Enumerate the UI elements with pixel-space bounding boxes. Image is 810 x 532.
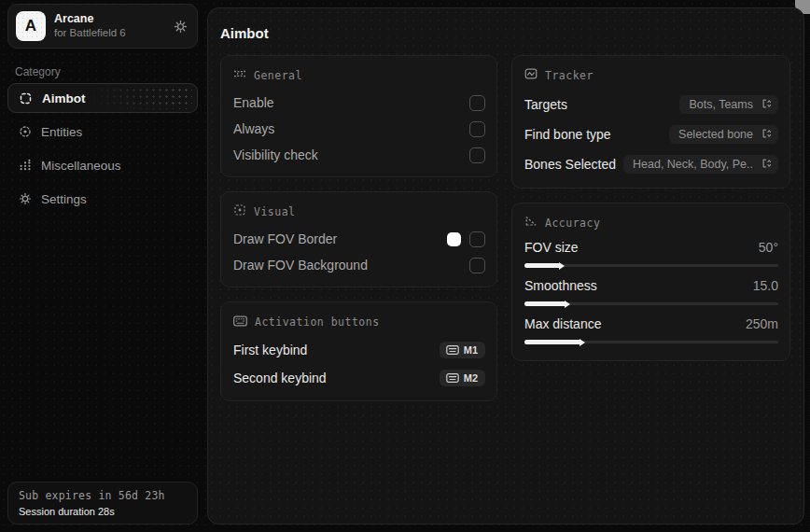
accuracy-card: Accuracy FOV size 50° Smoothness 15.0 [511,203,790,361]
find-bone-type-dropdown[interactable]: Selected bone [669,125,778,144]
slider-label: Max distance [524,316,601,331]
category-label: Category [15,65,61,78]
sidebar-item-label: Miscellaneous [41,159,121,173]
visibility-check-checkbox[interactable] [469,147,485,163]
sidebar-item-miscellaneous[interactable]: Miscellaneous [7,150,198,180]
slider-row: Max distance 250m [524,314,778,343]
slider-fill[interactable] [524,263,560,268]
dropdown-label: Bones Selected [524,157,616,172]
slider-value: 15.0 [753,278,778,293]
pulse-icon [524,67,538,84]
main-panel: Aimbot General Enable [207,7,804,525]
select-arrows-icon [761,126,772,143]
slider-label: FOV size [524,240,579,255]
toggle-row: Draw FOV Background [233,252,485,278]
toggle-label: Draw FOV Border [233,231,337,246]
keybind-value: M2 [464,372,478,384]
sidebar-item-aimbot[interactable]: Aimbot [7,83,198,113]
first-keybind-button[interactable]: M1 [440,342,485,358]
toggle-label: Always [233,121,274,136]
slider-fill[interactable] [524,340,580,344]
toggle-row: Draw FOV Border [233,226,485,252]
activation-buttons-card: Activation buttons First keybind M1 [220,301,497,401]
dropdown-value: Head, Neck, Body, Pe.. [633,158,753,171]
session-duration-text: Session duration 28s [19,505,187,519]
keybind-label: First keybind [233,343,307,357]
sidebar-item-settings[interactable]: Settings [7,184,198,214]
dropdown-row: Find bone type Selected bone [524,119,778,149]
slider-row: Smoothness 15.0 [524,275,778,305]
card-title: Accuracy [545,217,600,230]
select-arrows-icon [761,96,772,113]
toggle-label: Draw FOV Background [233,258,368,273]
dropdown-label: Targets [524,97,567,112]
page-title: Aimbot [220,25,790,41]
keybind-label: Second keybind [233,371,327,385]
tracker-card: Tracker Targets Bots, Teams Find bone [511,55,790,189]
dots-grid-icon [18,159,32,172]
angle-icon [524,215,538,231]
draw-fov-background-checkbox[interactable] [469,258,485,273]
toggle-row: Always [233,116,485,142]
select-arrows-icon [761,156,772,173]
app-name: Arcane [54,12,165,26]
halftone-pattern [85,87,192,109]
smoothness-slider[interactable] [524,302,778,305]
gear-icon[interactable] [174,20,188,34]
slider-fill[interactable] [524,301,566,306]
sidebar-item-label: Entities [41,125,82,139]
dropdown-value: Selected bone [678,128,753,141]
logo-letter: A [25,17,36,35]
slider-label: Smoothness [524,278,597,293]
dropdown-label: Find bone type [524,127,611,142]
sidebar-item-entities[interactable]: Entities [7,117,198,147]
always-checkbox[interactable] [469,121,485,137]
keybind-value: M1 [464,344,478,356]
card-title: General [254,69,302,82]
subscription-info: Sub expires in 56d 23h Session duration … [7,482,198,525]
dropdown-row: Targets Bots, Teams [524,90,778,119]
targets-dropdown[interactable]: Bots, Teams [679,95,778,114]
gear-icon [18,192,32,205]
fov-border-color-swatch[interactable] [447,232,461,246]
slider-row: FOV size 50° [524,237,778,267]
sidebar-item-label: Aimbot [42,91,86,105]
scan-icon [18,125,32,138]
keyboard-icon [446,373,459,383]
keybind-row: First keybind M1 [233,336,485,364]
sub-expires-text: Sub expires in 56d 23h [19,489,187,504]
keyboard-icon [233,314,247,330]
slider-value: 50° [759,240,778,255]
toggle-row: Enable [233,90,485,116]
max-distance-slider[interactable] [524,341,778,343]
dropdown-value: Bots, Teams [689,98,753,111]
second-keybind-button[interactable]: M2 [440,370,485,386]
toggle-label: Visibility check [233,147,318,162]
card-title: Visual [254,205,296,218]
keyboard-icon [446,345,459,355]
toggle-row: Visibility check [233,142,485,168]
sidebar: A Arcane for Battlefield 6 Category Aimb… [0,0,205,532]
card-title: Tracker [545,69,594,82]
sidebar-nav: Aimbot Entities Miscellaneous [7,83,198,214]
dashed-square-dot-icon [233,203,246,220]
app-logo: A [16,11,46,41]
brackets-dot-icon [233,67,246,84]
app-header: A Arcane for Battlefield 6 [7,4,198,49]
dropdown-row: Bones Selected Head, Neck, Body, Pe.. [524,149,778,179]
slider-value: 250m [746,316,778,331]
fov-size-slider[interactable] [524,264,778,267]
toggle-label: Enable [233,95,274,110]
visual-card: Visual Draw FOV Border Draw FOV Backgrou… [220,191,497,287]
crosshair-icon [19,92,33,105]
general-card: General Enable Always Visibility check [220,55,497,177]
enable-checkbox[interactable] [469,95,485,111]
app-subtitle: for Battlefield 6 [54,27,165,40]
bones-selected-dropdown[interactable]: Head, Neck, Body, Pe.. [623,155,778,174]
draw-fov-border-checkbox[interactable] [469,231,485,247]
keybind-row: Second keybind M2 [233,364,485,392]
sidebar-item-label: Settings [41,192,87,206]
card-title: Activation buttons [255,315,380,329]
